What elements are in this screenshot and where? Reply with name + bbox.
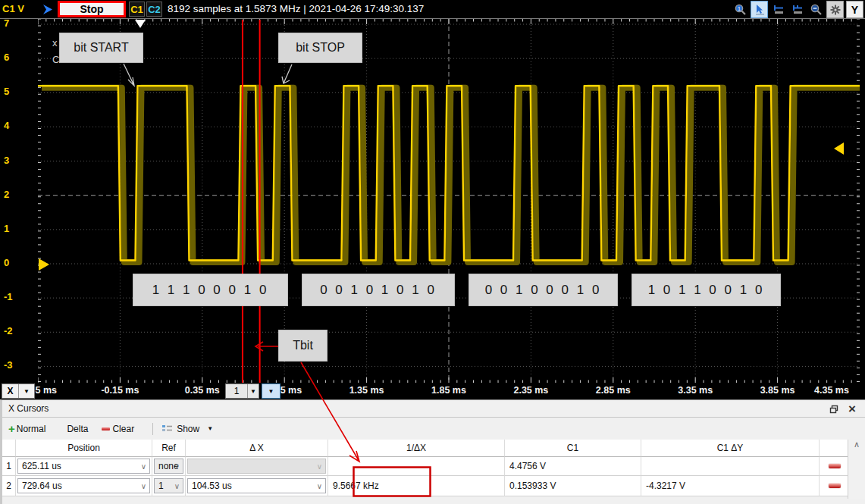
y-axis-tick-label: 7 (4, 17, 9, 29)
show-menu-button[interactable]: Show ▼ (161, 424, 213, 434)
x-axis-tick-label: 3.35 ms (663, 385, 727, 396)
float-panel-icon[interactable] (827, 402, 841, 415)
trace-shadow (42, 88, 860, 262)
zoom-number-icon[interactable]: 1 (732, 1, 749, 18)
y-axis-tick-label: 1 (4, 223, 9, 234)
x-axis-tick-label: -0.15 ms (88, 385, 152, 396)
cursor1-selector[interactable]: 1 ▼ (225, 383, 259, 399)
y-axis-tick-label: 0 (4, 257, 9, 268)
cursor2-c1dy-value: -4.3217 V (641, 481, 685, 491)
x-axis-tick-label: 1.85 ms (417, 385, 481, 396)
acquisition-status: 8192 samples at 1.5873 MHz | 2021-04-26 … (168, 3, 424, 14)
cursors-table: Position Ref Δ X 1/ΔX C1 C1 ΔY 1 625.11 … (2, 440, 865, 496)
select-cursor-icon[interactable] (751, 1, 768, 18)
y-axis-tick-label: 3 (4, 155, 9, 166)
x-axis-tick-label: 2.35 ms (499, 385, 563, 396)
channel1-ground-marker[interactable] (39, 258, 49, 271)
channel-2-button[interactable]: C2 (146, 2, 162, 17)
zoom-out-icon[interactable] (807, 1, 825, 18)
column-header-c1: C1 (505, 440, 641, 457)
cursor1-dx-combobox: ∨ (187, 459, 326, 474)
clear-cursors-button[interactable]: Clear (91, 424, 134, 434)
uart-frame-bits-label: 1 0 1 1 0 0 1 0 (632, 274, 781, 306)
chevron-down-icon: ∨ (141, 462, 146, 471)
panel-title-bar: X Cursors × (2, 400, 865, 418)
add-delta-cursor-button[interactable]: Delta (67, 424, 88, 434)
y-axis-button[interactable]: Y (846, 1, 863, 18)
y-axis-tick-label: 4 (4, 120, 9, 131)
x-axis-tick-label: 1.35 ms (335, 385, 399, 396)
y-axis-tick-label: -2 (4, 325, 13, 337)
x-axis-button[interactable]: X (2, 384, 19, 398)
close-icon[interactable]: × (845, 402, 859, 415)
chevron-down-icon[interactable]: ▼ (262, 384, 280, 398)
cursor1-ref-combobox[interactable]: none∨ (154, 459, 183, 474)
x-axis-tick-label: 4.35 ms (800, 385, 863, 396)
minus-icon (102, 427, 110, 430)
channel-1-button[interactable]: C1 (129, 2, 145, 17)
uart-frame-bits-label: 1 1 1 0 0 0 1 0 (133, 274, 288, 306)
cursor1-position-combobox[interactable]: 625.11 us∨ (17, 459, 150, 474)
bit-stop-label: bit STOP (278, 33, 362, 63)
plus-icon: + (8, 422, 15, 435)
x-axis-selector[interactable]: X ▼ (2, 383, 35, 399)
cursor1-number[interactable]: 1 (226, 384, 248, 398)
top-toolbar: C1 V Stop C1 C2 8192 samples at 1.5873 M… (0, 0, 865, 19)
chevron-down-icon: ∨ (317, 482, 322, 490)
chevron-down-icon: ∨ (174, 462, 180, 471)
column-header-dx: Δ X (186, 440, 328, 457)
remove-cursor2-button[interactable] (829, 484, 841, 488)
settings-gear-icon[interactable] (826, 1, 844, 18)
column-header-c1dy: C1 ΔY (641, 440, 820, 457)
waveform-plot[interactable] (38, 19, 860, 383)
column-header-position: Position (16, 440, 152, 457)
tbit-label: Tbit (278, 330, 328, 362)
uart-frame-bits-label: 0 0 1 0 0 0 1 0 (469, 274, 618, 306)
trigger-level-marker[interactable] (834, 142, 844, 155)
chevron-down-icon[interactable]: ▼ (19, 384, 34, 398)
row-number: 1 (2, 457, 16, 476)
cursor-row-2: 2 729.64 us∨ 1∨ 104.53 us∨ 9.5667 kHz 0.… (2, 476, 865, 496)
table-scrollbar[interactable]: ∧ (848, 440, 865, 499)
trigger-arrow-icon[interactable] (42, 4, 54, 15)
oscilloscope-window: C1 V Stop C1 C2 8192 samples at 1.5873 M… (0, 0, 865, 504)
panel-toolbar: + Normal Delta Clear Show ▼ (2, 418, 865, 440)
add-normal-cursor-button[interactable]: + Normal (2, 422, 45, 435)
chevron-down-icon[interactable]: ▼ (248, 384, 259, 398)
cursor-row-1: 1 625.11 us∨ none∨ ∨ 4.4756 V (2, 457, 865, 476)
cursor2-position-combobox[interactable]: 729.64 us∨ (17, 478, 150, 493)
svg-text:1: 1 (738, 6, 741, 11)
y-cursor-tool-icon[interactable] (788, 1, 806, 18)
y-axis-tick-label: 2 (4, 189, 9, 200)
cursor2-dx-combobox[interactable]: 104.53 us∨ (187, 478, 326, 493)
cursor2-ref-combobox[interactable]: 1∨ (154, 478, 183, 493)
hidden-readout-fragment: C (52, 54, 59, 65)
remove-cursor1-button[interactable] (829, 464, 841, 468)
column-header-inv-dx: 1/ΔX (328, 440, 505, 457)
trigger-position-marker[interactable] (135, 20, 146, 28)
row-number: 2 (2, 476, 16, 496)
y-axis-tick-label: 5 (4, 86, 9, 97)
cursor1-c1-value: 4.4756 V (505, 461, 546, 471)
hidden-readout-fragment: x (52, 37, 58, 49)
bit-start-label: bit START (59, 33, 143, 63)
chevron-down-icon: ▼ (207, 425, 213, 432)
y-axis-tick-label: -3 (4, 359, 13, 371)
cursor2-selector[interactable]: ▼ (262, 383, 280, 399)
column-header-ref: Ref (152, 440, 186, 457)
uart-frame-bits-label: 0 0 1 0 1 0 1 0 (302, 274, 455, 306)
panel-title: X Cursors (8, 403, 49, 414)
chevron-down-icon: ∨ (317, 462, 322, 471)
y-axis-tick-label: -1 (4, 291, 13, 302)
cursor2-inv-dx-value: 9.5667 kHz (328, 481, 379, 491)
x-axis: X ▼ 1 ▼ ▼ -0.65 ms-0.15 ms0.35 ms0.85 ms… (0, 383, 865, 399)
list-icon (162, 424, 172, 434)
x-cursor-tool-icon[interactable] (769, 1, 787, 18)
chevron-down-icon: ∨ (174, 482, 180, 490)
x-cursors-panel: X Cursors × + Normal Delta Clear Show ▼ (0, 399, 865, 504)
table-header-row: Position Ref Δ X 1/ΔX C1 C1 ΔY (2, 440, 865, 457)
channel-scale-label: C1 V (2, 3, 24, 14)
x-axis-tick-label: 2.85 ms (581, 385, 645, 396)
chevron-down-icon: ∨ (141, 482, 146, 490)
stop-button[interactable]: Stop (58, 1, 126, 17)
